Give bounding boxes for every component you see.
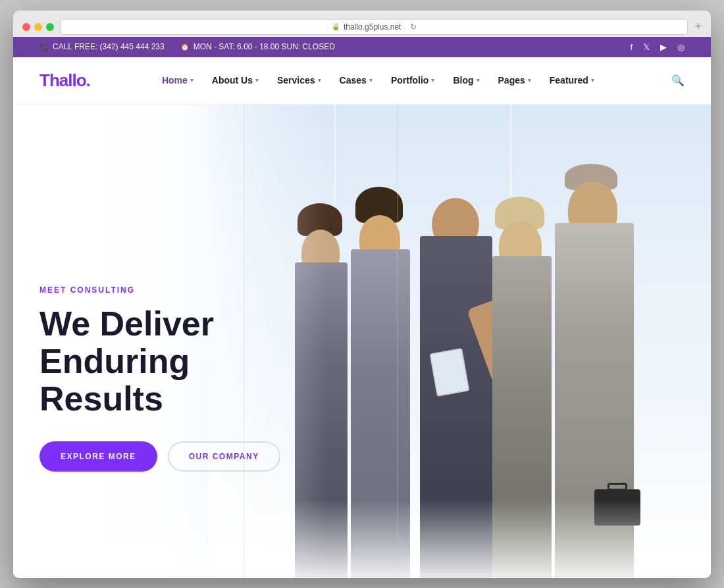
close-button[interactable] xyxy=(22,23,30,31)
phone-info: 📞 CALL FREE: (342) 445 444 233 xyxy=(39,42,165,51)
nav-link-portfolio[interactable]: Portfolio ▾ xyxy=(383,70,443,91)
hero-title-line1: We Deliver xyxy=(39,304,214,342)
nav-label-services: Services xyxy=(277,75,315,86)
nav-links: Home ▾ About Us ▾ Services ▾ Cases xyxy=(154,70,602,91)
minimize-button[interactable] xyxy=(34,23,42,31)
chevron-down-icon: ▾ xyxy=(255,77,259,84)
maximize-button[interactable] xyxy=(46,23,54,31)
briefcase-handle xyxy=(608,483,627,491)
phone-icon: 📞 xyxy=(39,43,49,51)
instagram-link[interactable]: ◎ xyxy=(677,42,685,52)
reload-icon[interactable]: ↻ xyxy=(410,22,417,32)
chevron-down-icon: ▾ xyxy=(477,77,480,84)
new-tab-button[interactable]: + xyxy=(694,20,702,34)
lock-icon: 🔒 xyxy=(332,23,340,30)
vimeo-link[interactable]: ▶ xyxy=(660,42,667,52)
logo-text-black: Thall xyxy=(39,70,76,90)
hero-content: MEET CONSULTING We Deliver Enduring Resu… xyxy=(39,285,316,472)
clock-icon: ⏰ xyxy=(180,43,190,51)
nav-label-about: About Us xyxy=(212,75,253,86)
logo-text-purple: o xyxy=(76,70,86,90)
chevron-down-icon: ▾ xyxy=(591,77,594,84)
top-bar: 📞 CALL FREE: (342) 445 444 233 ⏰ MON - S… xyxy=(13,37,711,57)
nav-item-pages[interactable]: Pages ▾ xyxy=(490,70,539,91)
nav-link-services[interactable]: Services ▾ xyxy=(269,70,329,91)
nav-item-featured[interactable]: Featured ▾ xyxy=(542,70,602,91)
our-company-button[interactable]: OUR COMPANY xyxy=(168,441,280,472)
nav-item-home[interactable]: Home ▾ xyxy=(154,70,201,91)
chevron-down-icon: ▾ xyxy=(318,77,321,84)
nav-label-cases: Cases xyxy=(340,75,367,86)
phone-label: CALL FREE: (342) 445 444 233 xyxy=(53,42,165,51)
twitter-link[interactable]: 𝕏 xyxy=(643,42,650,52)
search-icon[interactable]: 🔍 xyxy=(671,74,685,87)
nav-link-pages[interactable]: Pages ▾ xyxy=(490,70,539,91)
hero-label: MEET CONSULTING xyxy=(39,285,316,294)
navbar: Thallo. Home ▾ About Us ▾ Services ▾ xyxy=(13,57,711,105)
nav-label-portfolio: Portfolio xyxy=(391,75,429,86)
chevron-down-icon: ▾ xyxy=(190,77,194,84)
address-bar[interactable]: 🔒 thallo.g5plus.net ↻ xyxy=(61,19,688,35)
nav-item-portfolio[interactable]: Portfolio ▾ xyxy=(383,70,443,91)
nav-link-about[interactable]: About Us ▾ xyxy=(204,70,267,91)
hero-buttons: EXPLORE MORE OUR COMPANY xyxy=(39,441,316,472)
nav-link-blog[interactable]: Blog ▾ xyxy=(445,70,487,91)
nav-item-blog[interactable]: Blog ▾ xyxy=(445,70,487,91)
nav-label-blog: Blog xyxy=(453,75,473,86)
chevron-down-icon: ▾ xyxy=(528,77,531,84)
top-bar-left: 📞 CALL FREE: (342) 445 444 233 ⏰ MON - S… xyxy=(39,42,335,51)
nav-item-cases[interactable]: Cases ▾ xyxy=(332,70,380,91)
hours-label: MON - SAT: 6.00 - 18.00 SUN: CLOSED xyxy=(194,42,335,51)
logo[interactable]: Thallo. xyxy=(39,70,90,91)
traffic-lights xyxy=(22,23,54,31)
browser-chrome: 🔒 thallo.g5plus.net ↻ + xyxy=(13,11,711,37)
nav-label-home: Home xyxy=(162,75,188,86)
browser-window: 🔒 thallo.g5plus.net ↻ + 📞 CALL FREE: (34… xyxy=(13,11,711,578)
nav-item-about[interactable]: About Us ▾ xyxy=(204,70,267,91)
nav-link-cases[interactable]: Cases ▾ xyxy=(332,70,380,91)
hero-bottom-overlay xyxy=(13,499,711,578)
hero-title-line2: Enduring Results xyxy=(39,342,190,418)
facebook-link[interactable]: f xyxy=(630,42,633,52)
hero-vertical-line-2 xyxy=(397,105,398,578)
nav-link-featured[interactable]: Featured ▾ xyxy=(542,70,602,91)
nav-item-services[interactable]: Services ▾ xyxy=(269,70,329,91)
logo-dot: . xyxy=(86,70,90,90)
social-links: f 𝕏 ▶ ◎ xyxy=(630,42,685,52)
hero-title: We Deliver Enduring Results xyxy=(39,305,316,418)
nav-link-home[interactable]: Home ▾ xyxy=(154,70,201,91)
chevron-down-icon: ▾ xyxy=(369,77,373,84)
url-text: thallo.g5plus.net xyxy=(344,22,401,32)
hours-info: ⏰ MON - SAT: 6.00 - 18.00 SUN: CLOSED xyxy=(180,42,335,51)
nav-label-featured: Featured xyxy=(550,75,588,86)
hero-section: MEET CONSULTING We Deliver Enduring Resu… xyxy=(13,105,711,578)
explore-more-button[interactable]: EXPLORE MORE xyxy=(39,441,157,472)
chevron-down-icon: ▾ xyxy=(431,77,434,84)
nav-label-pages: Pages xyxy=(498,75,525,86)
